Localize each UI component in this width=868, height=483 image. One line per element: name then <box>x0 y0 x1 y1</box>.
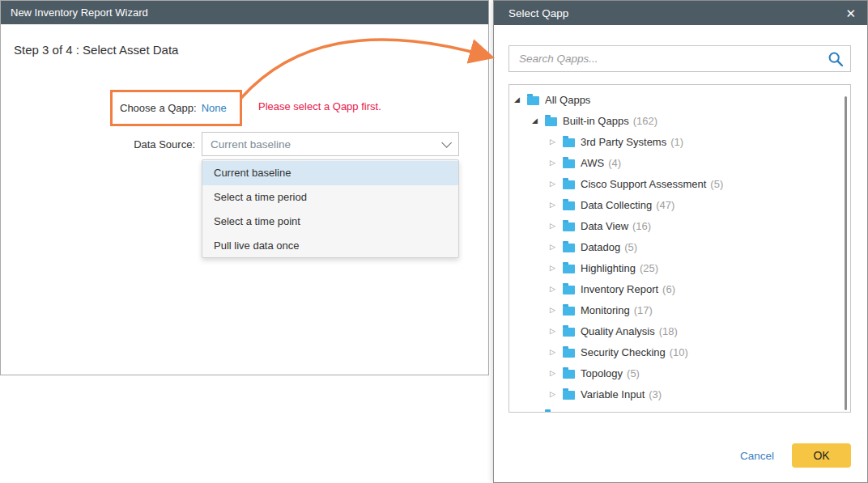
folder-icon <box>563 391 575 400</box>
tree-item-label: Highlighting <box>581 262 636 274</box>
folder-icon <box>563 159 575 168</box>
dialog-footer: Cancel OK <box>494 429 867 482</box>
cancel-button[interactable]: Cancel <box>740 450 774 462</box>
tree-item-count: (5) <box>710 178 723 190</box>
tree-item[interactable]: Inventory Report (6) <box>509 278 850 299</box>
folder-icon <box>563 201 575 210</box>
dropdown-option[interactable]: Pull live data once <box>202 234 458 258</box>
tree-item-count: (1) <box>670 136 683 148</box>
tree-item[interactable]: All Qapps <box>509 89 850 110</box>
tree-item-count: (4) <box>608 157 621 169</box>
choose-qapp-label: Choose a Qapp: <box>120 102 197 114</box>
folder-icon <box>527 96 539 105</box>
expand-toggle-icon[interactable] <box>550 327 563 335</box>
choose-qapp-value-link[interactable]: None <box>202 102 227 114</box>
folder-icon <box>545 412 557 413</box>
tree-item[interactable]: Highlighting (25) <box>509 257 850 278</box>
tree-item[interactable]: Datadog (5) <box>509 236 850 257</box>
tree-item-label: 3rd Party Systems <box>581 136 666 148</box>
expand-toggle-icon[interactable] <box>550 138 563 146</box>
tree-item[interactable]: Cisco Support Assessment (5) <box>509 173 850 194</box>
expand-toggle-icon[interactable] <box>550 264 563 272</box>
choose-qapp-highlight-box: Choose a Qapp: None <box>110 90 242 126</box>
expand-toggle-icon[interactable] <box>532 117 545 125</box>
tree-item-count: (47) <box>656 199 674 211</box>
tree-item-label: Topology <box>581 367 623 379</box>
wizard-titlebar: New Inventory Report Wizard <box>1 1 488 24</box>
tree-item-label: Built-in Qapps <box>563 115 629 127</box>
folder-icon <box>563 349 575 358</box>
select-qapp-title: Select Qapp <box>508 7 845 19</box>
data-source-label: Data Source: <box>106 138 195 150</box>
expand-toggle-icon[interactable] <box>550 243 563 251</box>
folder-icon <box>563 180 575 189</box>
tree-item[interactable]: 3rd Party Systems (1) <box>509 131 850 152</box>
expand-toggle-icon[interactable] <box>550 390 563 398</box>
expand-toggle-icon[interactable] <box>550 222 563 230</box>
chevron-down-icon <box>441 138 452 148</box>
tree-item-count: (16) <box>632 220 651 232</box>
tree-item-count: (162) <box>633 115 657 127</box>
expand-toggle-icon[interactable] <box>550 180 563 188</box>
tree-item-label: Monitoring <box>581 304 630 316</box>
inventory-report-wizard-dialog: New Inventory Report Wizard Step 3 of 4 … <box>0 0 489 375</box>
expand-toggle-icon[interactable] <box>550 306 563 314</box>
tree-item-label: Datadog <box>581 241 620 253</box>
select-qapp-dialog: Select Qapp ✕ All Qapps Built-in Qapps (… <box>493 0 868 483</box>
tree-item-count: (3) <box>649 388 662 400</box>
tree-scrollbar[interactable] <box>845 96 847 410</box>
qapp-tree: All Qapps Built-in Qapps (162) 3rd Party… <box>508 84 851 413</box>
tree-item-count: (17) <box>634 304 653 316</box>
tree-item[interactable]: Data Collecting (47) <box>509 194 850 215</box>
folder-icon <box>563 265 575 273</box>
tree-item-label: Inventory Report <box>581 283 658 295</box>
tree-item-count: (5) <box>627 367 640 379</box>
tree-item[interactable]: Data View (16) <box>509 215 850 236</box>
expand-toggle-icon[interactable] <box>550 369 563 377</box>
tree-item-count: (18) <box>659 325 678 337</box>
tree-item[interactable]: Quality Analysis (18) <box>509 320 850 341</box>
qapp-search-input[interactable] <box>509 46 828 71</box>
tree-item-label: Variable Input <box>581 388 645 400</box>
dropdown-option[interactable]: Select a time point <box>202 210 458 234</box>
close-icon[interactable]: ✕ <box>845 7 856 19</box>
dropdown-option[interactable]: Current baseline <box>202 161 458 185</box>
folder-icon <box>563 286 575 294</box>
folder-icon <box>563 244 575 252</box>
search-icon[interactable] <box>828 51 844 67</box>
data-source-select[interactable]: Current baseline <box>202 132 459 156</box>
qapp-warning-text: Please select a Qapp first. <box>258 100 381 112</box>
tree-item-label: AWS <box>581 157 604 169</box>
expand-toggle-icon[interactable] <box>514 95 527 104</box>
folder-icon <box>563 328 575 337</box>
tree-item-label: All Qapps <box>545 94 590 106</box>
folder-icon <box>563 222 575 231</box>
expand-toggle-icon[interactable] <box>550 201 563 209</box>
tree-item-count: (5) <box>624 241 637 253</box>
tree-item[interactable]: Security Checking (10) <box>509 341 850 362</box>
wizard-title: New Inventory Report Wizard <box>11 6 479 19</box>
tree-item-label: Data View <box>581 220 628 232</box>
tree-item[interactable]: Variable Input (3) <box>509 383 850 405</box>
step-title: Step 3 of 4 : Select Asset Data <box>14 43 178 57</box>
expand-toggle-icon[interactable] <box>550 348 563 356</box>
tree-item[interactable]: AWS (4) <box>509 152 850 173</box>
tree-item-label: Cisco Support Assessment <box>581 178 706 190</box>
tree-item[interactable]: Built-in Qapps (162) <box>509 110 850 131</box>
tree-item[interactable]: Topology (5) <box>509 362 850 383</box>
tree-item-label: Security Checking <box>581 346 666 358</box>
folder-icon <box>545 117 557 126</box>
tree-item-label: Data Collecting <box>581 199 652 211</box>
tree-item[interactable]: Monitoring (17) <box>509 299 850 320</box>
tree-item-label: Quality Analysis <box>581 325 655 337</box>
expand-toggle-icon[interactable] <box>550 159 563 167</box>
expand-toggle-icon[interactable] <box>550 285 563 293</box>
tree-item-count: (10) <box>670 346 688 358</box>
data-source-dropdown: Current baselineSelect a time periodSele… <box>202 159 459 258</box>
ok-button[interactable]: OK <box>792 443 851 468</box>
dropdown-option[interactable]: Select a time period <box>202 185 458 210</box>
qapp-search-box <box>508 45 851 72</box>
folder-icon <box>563 370 575 379</box>
tree-item[interactable] <box>509 405 850 413</box>
tree-item-count: (6) <box>662 283 675 295</box>
